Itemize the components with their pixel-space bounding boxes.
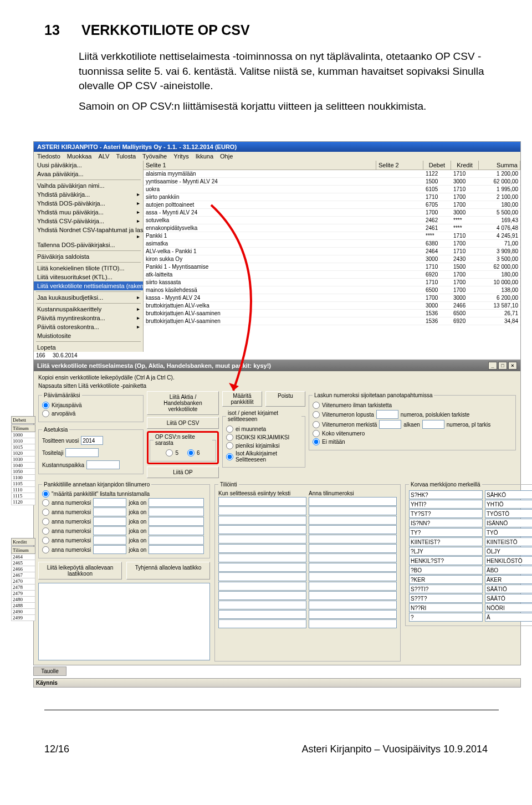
- input-korvaa-to[interactable]: [485, 519, 532, 527]
- input-viite-merk1[interactable]: [379, 420, 401, 429]
- input-korvaa-from[interactable]: [409, 603, 483, 612]
- radio-koko-viite[interactable]: [313, 430, 320, 437]
- btn-tauolle[interactable]: Tauolle: [33, 666, 66, 676]
- menu-ohje[interactable]: Ohje: [220, 153, 233, 160]
- input-korvaa-from[interactable]: [409, 584, 483, 593]
- radio-anna-numeroksi[interactable]: [42, 546, 49, 553]
- input-korvaa-to[interactable]: [485, 509, 532, 518]
- menu-item[interactable]: Muistiotosite: [34, 331, 143, 340]
- minimize-icon[interactable]: _: [488, 362, 497, 370]
- maximize-icon[interactable]: □: [498, 362, 507, 370]
- menu-item[interactable]: Tallenna DOS-päiväkirjaksi...: [34, 240, 143, 249]
- menu-item[interactable]: Liitä verkkotiliote nettiselaimesta (rak…: [34, 281, 143, 290]
- table-row[interactable]: kassa - Myynti ALV 24170030006 200,00: [144, 294, 520, 302]
- input-selite-teksti[interactable]: [218, 544, 306, 553]
- input-tilinumero[interactable]: [93, 517, 126, 526]
- btn-liita-op[interactable]: Liitä OP: [147, 466, 219, 478]
- input-tilinumeroksi[interactable]: [309, 497, 397, 506]
- btn-poistu[interactable]: Poistu: [265, 391, 305, 407]
- close-icon[interactable]: ×: [508, 362, 517, 370]
- menu-item[interactable]: Yhdistä CSV-päiväkirja...: [34, 217, 143, 225]
- input-korvaa-from[interactable]: [409, 613, 483, 622]
- menu-item[interactable]: Yhdistä DOS-päiväkirja...: [34, 199, 143, 208]
- table-row[interactable]: siirto pankkiin171017002 100,00: [144, 193, 520, 201]
- input-korvaa-from[interactable]: [409, 509, 483, 518]
- menu-tulosta[interactable]: Tulosta: [116, 153, 136, 160]
- menu-item[interactable]: Uusi päiväkirja...: [34, 161, 143, 170]
- table-row[interactable]: Pankki 1****17104 245,91: [144, 232, 520, 240]
- radio-eimuunneta[interactable]: [226, 425, 233, 433]
- table-row[interactable]: asimatka6380170071,00: [144, 240, 520, 248]
- menu-item[interactable]: Päivitä ostoreskontra...: [34, 322, 143, 331]
- input-tilinumeroksi[interactable]: [309, 544, 397, 553]
- btn-tyhjenna[interactable]: Tyhjennä allaoleva laatikko: [126, 562, 210, 580]
- input-selite-teksti[interactable]: [218, 601, 306, 609]
- input-tilinumeroksi[interactable]: [309, 572, 397, 581]
- menu-muokkaa[interactable]: Muokkaa: [67, 153, 92, 160]
- input-tilinumeroksi[interactable]: [309, 535, 397, 543]
- table-row[interactable]: yyntisaamise - Myynti ALV 241500300062 0…: [144, 178, 520, 186]
- input-selite-teksti[interactable]: [218, 619, 306, 628]
- input-tilinumero[interactable]: [93, 526, 126, 535]
- table-row[interactable]: siirto kassasta1710170010 000,00: [144, 279, 520, 286]
- radio-isot-alku[interactable]: [226, 453, 233, 460]
- input-joka-on[interactable]: [149, 536, 204, 545]
- table-row[interactable]: ALV-velka - Pankki 1246417103 909,80: [144, 248, 520, 255]
- input-korvaa-to[interactable]: [485, 566, 532, 575]
- menu-item[interactable]: Päivitä myyntireskontra...: [34, 314, 143, 322]
- menu-item[interactable]: Avaa päiväkirja...: [34, 170, 143, 178]
- radio-ei-mitaan[interactable]: [313, 438, 320, 445]
- input-selite-teksti[interactable]: [218, 591, 306, 600]
- menu-item[interactable]: Liitä konekielinen tiliote (TITO)...: [34, 264, 143, 273]
- input-korvaa-from[interactable]: [409, 594, 483, 603]
- radio-anna-numeroksi[interactable]: [42, 527, 49, 535]
- menu-item[interactable]: Yhdistä päiväkirja...: [34, 190, 143, 199]
- input-korvaa-to[interactable]: [485, 613, 532, 622]
- table-row[interactable]: ennakonpidätysvelka2461****4 076,48: [144, 224, 520, 232]
- input-tilinumeroksi[interactable]: [309, 563, 397, 572]
- menu-työvaihe[interactable]: Työvaihe: [142, 153, 167, 160]
- input-tilinumero[interactable]: [93, 545, 126, 554]
- table-row[interactable]: kiron sukka Oy300024303 500,00: [144, 255, 520, 263]
- input-tositelaji[interactable]: [65, 448, 99, 457]
- input-tilinumeroksi[interactable]: [309, 582, 397, 591]
- input-tilinumeroksi[interactable]: [309, 601, 397, 609]
- input-tilinumeroksi[interactable]: [309, 591, 397, 600]
- radio-viite-lopusta[interactable]: [313, 411, 320, 418]
- radio-opcsv-6[interactable]: [187, 449, 195, 457]
- input-korvaa-from[interactable]: [409, 556, 483, 565]
- input-joka-on[interactable]: [149, 526, 204, 535]
- input-korvaa-to[interactable]: [485, 490, 532, 499]
- input-korvaa-from[interactable]: [409, 490, 483, 499]
- input-joka-on[interactable]: [149, 517, 204, 526]
- input-selite-teksti[interactable]: [218, 535, 306, 543]
- menu-item[interactable]: Yhdistä Nordnet CSV-tapahtumat ja laskel…: [34, 225, 143, 240]
- btn-maarita-pankkitilit[interactable]: Määritä pankkitilit: [222, 391, 262, 407]
- input-korvaa-to[interactable]: [485, 584, 532, 593]
- table-row[interactable]: sotuvelka2462****169,43: [144, 217, 520, 224]
- input-viite-merk2[interactable]: [422, 420, 444, 429]
- input-tilinumeroksi[interactable]: [309, 506, 397, 515]
- input-tilinumeroksi[interactable]: [309, 619, 397, 628]
- input-korvaa-to[interactable]: [485, 556, 532, 565]
- table-row[interactable]: Pankki 1 - Myyntisaamise1710150062 000,0…: [144, 263, 520, 271]
- radio-kirjauspaiva[interactable]: [42, 402, 49, 409]
- input-korvaa-from[interactable]: [409, 537, 483, 546]
- menu-item[interactable]: Yhdistä muu päiväkirja...: [34, 208, 143, 217]
- menu-item[interactable]: Päiväkirja saldoista: [34, 252, 143, 261]
- input-korvaa-from[interactable]: [409, 547, 483, 556]
- radio-opcsv-5[interactable]: [166, 449, 173, 457]
- menu-item[interactable]: Lopeta: [34, 343, 143, 352]
- input-korvaa-to[interactable]: [485, 594, 532, 603]
- input-korvaa-from[interactable]: [409, 575, 483, 584]
- radio-arvopaiva[interactable]: [42, 410, 49, 417]
- menu-item[interactable]: Vaihda päiväkirjan nimi...: [34, 181, 143, 190]
- table-row[interactable]: alaismia myymälään112217101 200,00: [144, 170, 520, 178]
- input-joka-on[interactable]: [149, 545, 204, 554]
- table-row[interactable]: autojen polttoaineet67051700180,00: [144, 201, 520, 209]
- input-korvaa-to[interactable]: [485, 500, 532, 509]
- input-korvaa-from[interactable]: [409, 528, 483, 537]
- radio-isoiksi[interactable]: [226, 434, 233, 441]
- menu-yritys[interactable]: Yritys: [173, 153, 189, 160]
- menu-ikkuna[interactable]: Ikkuna: [196, 153, 213, 160]
